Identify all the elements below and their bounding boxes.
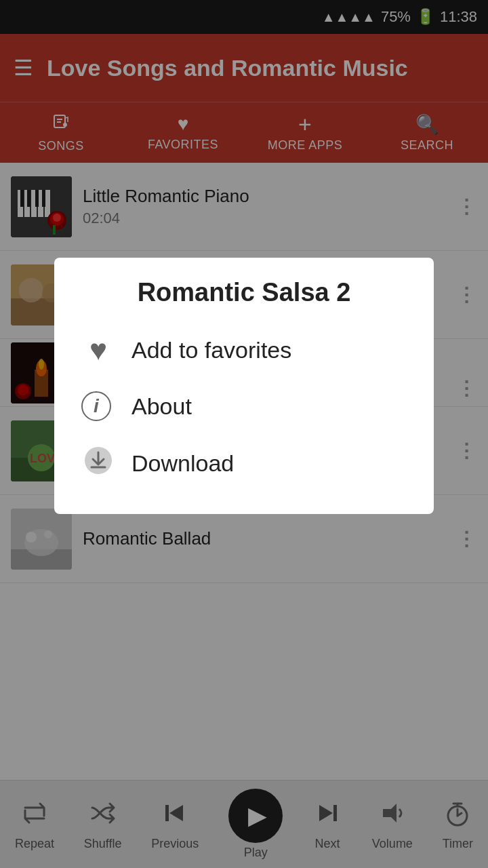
dialog-title: Romantic Salsa 2 <box>75 278 413 307</box>
download-item[interactable]: Download <box>75 433 413 494</box>
download-icon <box>81 446 115 481</box>
info-icon: i <box>81 391 115 421</box>
context-menu-dialog: Romantic Salsa 2 ♥ Add to favorites i Ab… <box>54 258 434 514</box>
heart-icon: ♥ <box>81 333 115 367</box>
about-label: About <box>131 393 192 420</box>
about-item[interactable]: i About <box>75 379 413 433</box>
download-label: Download <box>131 450 234 477</box>
add-to-favorites-item[interactable]: ♥ Add to favorites <box>75 321 413 379</box>
add-to-favorites-label: Add to favorites <box>131 337 291 363</box>
info-circle-icon: i <box>81 391 111 421</box>
